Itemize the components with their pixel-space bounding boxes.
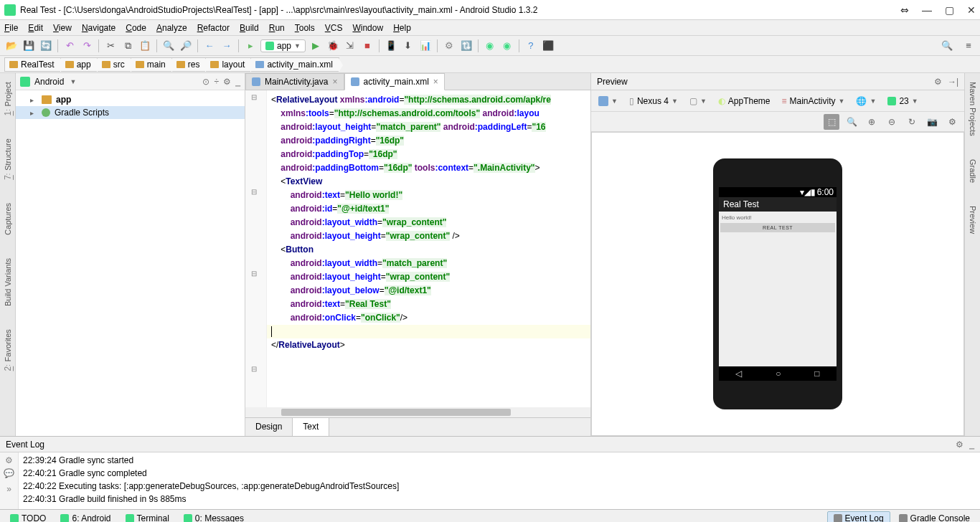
breadcrumb-RealTest[interactable]: RealTest xyxy=(4,57,61,72)
scroll-icon[interactable]: ÷ xyxy=(214,77,219,87)
menu-window[interactable]: Window xyxy=(352,23,383,33)
config-selector[interactable]: ▼ xyxy=(595,95,621,108)
left-tab-captures[interactable]: Captures xyxy=(2,199,14,239)
cut-icon[interactable]: ✂ xyxy=(103,39,118,53)
project-view-label[interactable]: Android xyxy=(34,77,64,87)
text-tab[interactable]: Text xyxy=(293,418,329,436)
hide-icon[interactable]: ⎯ xyxy=(235,77,240,87)
editor-gutter[interactable]: ⊟ ⊟ ⊟ ⊟ xyxy=(245,90,267,407)
theme-selector[interactable]: ◐AppTheme xyxy=(715,95,773,108)
struct-icon[interactable]: ⚙ xyxy=(442,39,456,53)
code-editor[interactable]: ⊟ ⊟ ⊟ ⊟ <RelativeLayout xmlns:android="h… xyxy=(245,90,590,407)
screenshot-icon[interactable]: 📷 xyxy=(924,114,940,130)
select-icon[interactable]: ⬚ xyxy=(824,114,839,130)
expand-icon[interactable]: ▸ xyxy=(30,109,37,117)
sdk-icon[interactable]: ⬇ xyxy=(401,39,415,53)
fold-icon[interactable]: ⊟ xyxy=(251,270,257,277)
stop-icon[interactable]: ■ xyxy=(360,39,374,53)
back-icon[interactable]: ← xyxy=(202,39,217,53)
menu-build[interactable]: Build xyxy=(240,23,259,33)
save-icon[interactable]: 💾 xyxy=(22,39,36,53)
editor-tab[interactable]: activity_main.xml× xyxy=(344,73,445,90)
menu-tools[interactable]: Tools xyxy=(295,23,315,33)
find-icon[interactable]: 🔍 xyxy=(161,39,176,53)
left-tab-structure[interactable]: 7: Structure xyxy=(1,134,14,184)
redo-icon[interactable]: ↷ xyxy=(80,39,94,53)
scroll-thumb[interactable] xyxy=(281,409,511,416)
editor-tab[interactable]: MainActivity.java× xyxy=(245,73,344,90)
left-tab-project[interactable]: 1: Project xyxy=(1,77,14,120)
open-icon[interactable]: 📂 xyxy=(4,39,19,53)
breadcrumb-src[interactable]: src xyxy=(97,57,131,72)
settings-icon[interactable]: ⚙ xyxy=(944,114,960,130)
expand-icon[interactable]: ▸ xyxy=(30,96,37,104)
close-tab-icon[interactable]: × xyxy=(332,77,337,87)
breadcrumb-main[interactable]: main xyxy=(131,57,172,72)
breadcrumb-layout[interactable]: layout xyxy=(205,57,251,72)
left-tab-build-variants[interactable]: Build Variants xyxy=(2,254,14,310)
tree-item-app[interactable]: ▸ app xyxy=(16,93,245,106)
replace-icon[interactable]: 🔎 xyxy=(179,39,193,53)
restore-down-icon[interactable]: ⇔ xyxy=(900,4,909,16)
menu-file[interactable]: File xyxy=(4,23,18,33)
filter-icon[interactable]: ≡ xyxy=(961,39,976,53)
dropdown-icon[interactable]: ▼ xyxy=(70,78,76,85)
breadcrumb-app[interactable]: app xyxy=(60,57,98,72)
fold-icon[interactable]: ⊟ xyxy=(251,93,257,101)
debug-icon[interactable]: 🐞 xyxy=(326,39,340,53)
sync-icon[interactable]: 🔄 xyxy=(39,39,53,53)
code-body[interactable]: <RelativeLayout xmlns:android="http://sc… xyxy=(267,90,590,407)
refresh-icon[interactable]: ↻ xyxy=(904,114,920,130)
bottom-tab[interactable]: Terminal xyxy=(120,512,175,523)
api-selector[interactable]: 23▼ xyxy=(885,95,920,108)
copy-icon[interactable]: ⧉ xyxy=(121,39,135,53)
locale-selector[interactable]: 🌐▼ xyxy=(853,95,879,108)
zoom-out-icon[interactable]: ⊖ xyxy=(884,114,900,130)
activity-selector[interactable]: ≡MainActivity▼ xyxy=(779,95,848,108)
minimize-icon[interactable]: — xyxy=(922,4,932,16)
pan-icon[interactable]: 🔍 xyxy=(844,114,859,130)
design-tab[interactable]: Design xyxy=(245,418,293,436)
fold-icon[interactable]: ⊟ xyxy=(251,188,257,196)
bottom-tab[interactable]: 6: Android xyxy=(55,512,116,523)
hide-icon[interactable]: →| xyxy=(948,77,958,87)
close-icon[interactable]: ✕ xyxy=(967,4,976,16)
right-tab-preview[interactable]: Preview xyxy=(967,201,979,238)
bottom-tab[interactable]: 0: Messages xyxy=(178,512,250,523)
breadcrumb-res[interactable]: res xyxy=(171,57,207,72)
menu-view[interactable]: View xyxy=(53,23,72,33)
avd-icon[interactable]: 📱 xyxy=(384,39,398,53)
gear-icon[interactable]: ⚙ xyxy=(223,77,231,87)
monitor-icon[interactable]: 📊 xyxy=(418,39,433,53)
maximize-icon[interactable]: ▢ xyxy=(945,4,954,16)
h-scrollbar[interactable] xyxy=(245,407,590,417)
menu-run[interactable]: Run xyxy=(269,23,285,33)
undo-icon[interactable]: ↶ xyxy=(62,39,77,53)
android-icon3[interactable]: ◉ xyxy=(500,39,514,53)
event-log-text[interactable]: 22:39:24 Gradle sync started22:40:21 Gra… xyxy=(19,452,980,509)
menu-navigate[interactable]: Navigate xyxy=(82,23,116,33)
device-selector[interactable]: ▯Nexus 4▼ xyxy=(626,95,681,108)
orientation-selector[interactable]: ▢▼ xyxy=(687,95,710,108)
menu-edit[interactable]: Edit xyxy=(28,23,43,33)
sync2-icon[interactable]: 🔃 xyxy=(459,39,473,53)
make-icon[interactable]: ▸ xyxy=(243,39,258,53)
menu-refactor[interactable]: Refactor xyxy=(197,23,230,33)
gear-icon[interactable]: ⚙ xyxy=(956,440,963,450)
right-tab-maven-projects[interactable]: Maven Projects xyxy=(967,77,979,141)
android-icon2[interactable]: ◉ xyxy=(483,39,497,53)
tree-item-gradle[interactable]: ▸ Gradle Scripts xyxy=(16,106,245,119)
more-icon[interactable]: » xyxy=(6,484,11,494)
project-tree[interactable]: ▸ app ▸ Gradle Scripts xyxy=(16,90,245,436)
menu-code[interactable]: Code xyxy=(126,23,146,33)
run-config-selector[interactable]: app ▼ xyxy=(260,39,306,52)
search-icon[interactable]: 🔍 xyxy=(940,39,954,53)
settings-icon[interactable]: ⚙ xyxy=(5,455,13,465)
preview-canvas[interactable]: ▾◢▮6:00 Real Test Hello world! REAL TEST… xyxy=(591,132,964,436)
help-icon[interactable]: ? xyxy=(524,39,538,53)
balloon-icon[interactable]: 💬 xyxy=(4,468,14,478)
left-tab-favorites[interactable]: 2: Favorites xyxy=(1,325,14,375)
bottom-tab[interactable]: Event Log xyxy=(827,511,890,523)
exit-icon[interactable]: ⬛ xyxy=(541,39,555,53)
right-tab-gradle[interactable]: Gradle xyxy=(967,155,979,187)
